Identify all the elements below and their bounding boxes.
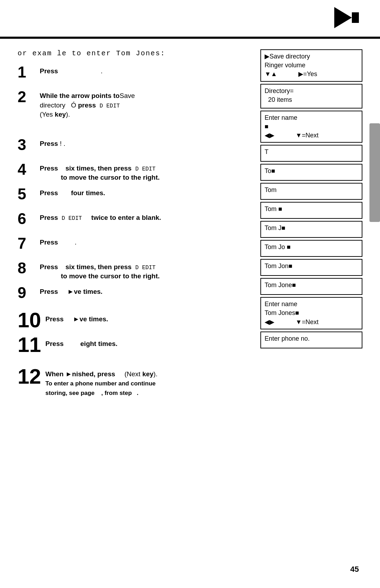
display-4-t: T xyxy=(265,148,268,155)
step-10-text: Press ►ve times. xyxy=(45,310,250,324)
display-3-nav: ◀▶ ▼=Next xyxy=(265,132,318,139)
spacer-a xyxy=(18,126,250,137)
display-2-dir: Directory= xyxy=(265,87,294,94)
step-7-press: Press xyxy=(40,239,58,246)
step-6-number: 6 xyxy=(18,211,37,227)
display-3-cursor: ■ xyxy=(265,123,268,130)
display-1-ringer: Ringer volume xyxy=(265,62,305,69)
step-9-row: 9 Press ►ve times. xyxy=(18,285,250,306)
step-2-key: key xyxy=(55,111,66,118)
step-11-number: 11 xyxy=(18,334,44,355)
display-8-tomj: Tom J xyxy=(265,224,281,231)
step-9-number: 9 xyxy=(18,285,37,301)
step-7-number: 7 xyxy=(18,236,37,251)
step-2-press: press xyxy=(78,101,96,109)
step-8-six: six times, then press xyxy=(65,263,132,271)
display-9-cursor: ■ xyxy=(287,243,291,250)
step-10-number: 10 xyxy=(18,310,44,331)
display-step3b: T xyxy=(260,145,362,162)
step-6-dedit: D EDIT xyxy=(62,215,82,222)
next-arrow-icon xyxy=(334,7,359,28)
display-step10: Tom Jone■ xyxy=(260,278,362,295)
step-4-move: to move the cursor to the right. xyxy=(61,174,160,181)
step-2-dedit: D EDIT xyxy=(100,103,120,109)
main-content: or exam le to enter Tom Jones: 1 Press .… xyxy=(0,39,380,412)
display-step2: Directory= 20 items xyxy=(260,84,362,109)
step-5-number: 5 xyxy=(18,186,37,202)
step-7-row: 7 Press . xyxy=(18,236,250,257)
step-6-row: 6 Press D EDIT twice to enter a blank. xyxy=(18,211,250,232)
svg-marker-0 xyxy=(334,7,352,28)
step-4-number: 4 xyxy=(18,162,37,177)
step-11-text: Press eight times. xyxy=(45,334,250,349)
display-step7: Tom J■ xyxy=(260,221,362,238)
left-column: or exam le to enter Tom Jones: 1 Press .… xyxy=(18,49,250,401)
display-7-tom: Tom xyxy=(265,205,278,212)
spacer-b xyxy=(18,359,250,366)
step-12-number: 12 xyxy=(18,366,44,387)
step-5-text: Press four times. xyxy=(40,186,250,198)
svg-rect-1 xyxy=(352,12,359,23)
step-4-row: 4 Press six times, then press D EDIT to … xyxy=(18,162,250,183)
top-bar xyxy=(0,0,380,39)
display-2-items: 20 items xyxy=(265,96,292,103)
display-5-to: To xyxy=(265,167,271,174)
display-5-cursor: ■ xyxy=(271,167,275,174)
step-1-text: Press . xyxy=(40,64,250,76)
step-4-indent: to move the cursor to the right. xyxy=(40,173,250,182)
step-4-text: Press six times, then press D EDIT to mo… xyxy=(40,162,250,182)
display-step4: To■ xyxy=(260,164,362,181)
example-header: or exam le to enter Tom Jones: xyxy=(18,49,250,57)
display-9-tomjo: Tom Jo xyxy=(265,243,287,250)
step-12-text: When ►nished, press (Next key). To enter… xyxy=(45,366,250,398)
display-10-cursor: ■ xyxy=(289,262,292,270)
display-step6: Tom ■ xyxy=(260,202,362,219)
display-1-arrow: ▶Save directory xyxy=(265,53,310,60)
display-step12: Enter phone no. xyxy=(260,332,362,348)
step-9-press: Press xyxy=(40,288,58,295)
display-11-tomjone: Tom Jone xyxy=(265,281,292,289)
display-step9: Tom Jon■ xyxy=(260,259,362,276)
step-3-row: 3 Press ! . xyxy=(18,137,250,158)
step-2-row: 2 While the arrow points toSave director… xyxy=(18,89,250,119)
step-2-number: 2 xyxy=(18,89,37,105)
top-divider xyxy=(0,37,380,39)
step-8-number: 8 xyxy=(18,260,37,276)
display-8-cursor: ■ xyxy=(281,224,285,231)
display-step3: Enter name ■ ◀▶ ▼=Next xyxy=(260,111,362,143)
step-8-dedit: D EDIT xyxy=(135,265,156,271)
display-step8: Tom Jo ■ xyxy=(260,240,362,257)
step-11-eight: eight times. xyxy=(80,340,118,347)
step-4-press: Press xyxy=(40,165,58,172)
step-5-row: 5 Press four times. xyxy=(18,186,250,208)
display-11-cursor: ■ xyxy=(292,281,296,289)
step-10-press: Press xyxy=(45,315,64,323)
display-6-tom: Tom xyxy=(265,186,277,193)
step-12-row: 12 When ►nished, press (Next key). To en… xyxy=(18,366,250,398)
step-2-while: While the arrow points to xyxy=(40,92,120,99)
step-12-when: When ►nished, press xyxy=(45,370,115,378)
step-4-dedit: D EDIT xyxy=(135,166,156,172)
scrollbar[interactable] xyxy=(369,123,380,222)
display-step11: Enter name Tom Jones■ ◀▶ ▼=Next xyxy=(260,297,362,329)
step-3-press: Press xyxy=(40,140,58,147)
step-8-indent: to move the cursor to the right. xyxy=(40,272,250,281)
step-6-text: Press D EDIT twice to enter a blank. xyxy=(40,211,250,223)
step-10-five: ►ve times. xyxy=(73,315,108,323)
step-6-twice: twice to enter a blank. xyxy=(91,214,161,221)
display-12-enter: Enter name xyxy=(265,301,297,308)
step-9-text: Press ►ve times. xyxy=(40,285,250,297)
right-column: ▶Save directory Ringer volume ▼▲ ▶=Yes D… xyxy=(260,49,362,401)
step-1-number: 1 xyxy=(18,64,37,80)
step-3-text: Press ! . xyxy=(40,137,250,149)
step-5-four: four times. xyxy=(71,189,105,197)
step-8-row: 8 Press six times, then press D EDIT to … xyxy=(18,260,250,281)
step-8-text: Press six times, then press D EDIT to mo… xyxy=(40,260,250,281)
step-1-row: 1 Press . xyxy=(18,64,250,86)
step-6-press: Press xyxy=(40,214,58,221)
step-3-number: 3 xyxy=(18,137,37,153)
step-2-text: While the arrow points toSave directory … xyxy=(40,89,250,119)
display-12-nav: ◀▶ ▼=Next xyxy=(265,318,318,326)
display-12-tomjones: Tom Jones xyxy=(265,309,295,316)
display-7-cursor: ■ xyxy=(278,205,282,212)
